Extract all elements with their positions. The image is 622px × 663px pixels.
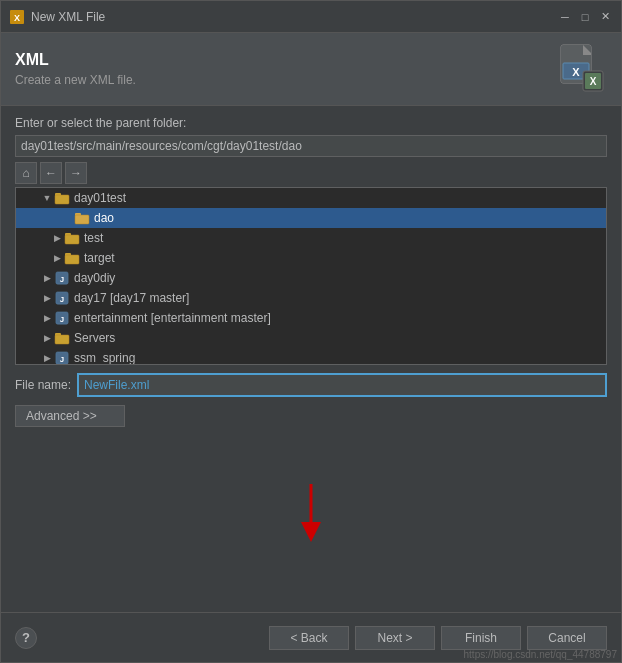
new-xml-file-dialog: X New XML File ─ □ ✕ XML Create a new XM… bbox=[0, 0, 622, 663]
tree-item[interactable]: dao bbox=[16, 208, 606, 228]
main-content: Enter or select the parent folder: ⌂ ← →… bbox=[1, 106, 621, 612]
svg-text:J: J bbox=[60, 315, 64, 324]
tree-item-label: target bbox=[84, 251, 115, 265]
svg-text:J: J bbox=[60, 275, 64, 284]
svg-rect-25 bbox=[55, 335, 69, 344]
svg-rect-15 bbox=[65, 235, 79, 244]
cancel-button[interactable]: Cancel bbox=[527, 626, 607, 650]
header-text: XML Create a new XML file. bbox=[15, 51, 555, 87]
tree-item[interactable]: ▶Servers bbox=[16, 328, 606, 348]
tree-item-label: day01test bbox=[74, 191, 126, 205]
tree-item[interactable]: ▼day01test bbox=[16, 188, 606, 208]
folder-icon bbox=[74, 211, 90, 225]
header-area: XML Create a new XML file. X X bbox=[1, 33, 621, 106]
svg-text:J: J bbox=[60, 355, 64, 364]
svg-rect-17 bbox=[65, 255, 79, 264]
bottom-bar: ? < Back Next > Finish Cancel https://bl… bbox=[1, 612, 621, 662]
folder-icon bbox=[64, 251, 80, 265]
arrow-area bbox=[15, 427, 607, 603]
project-icon: J bbox=[54, 271, 70, 285]
tree-item-label: test bbox=[84, 231, 103, 245]
minimize-button[interactable]: ─ bbox=[557, 9, 573, 25]
bottom-buttons: < Back Next > Finish Cancel bbox=[269, 626, 607, 650]
folder-toolbar: ⌂ ← → bbox=[15, 162, 607, 184]
title-bar: X New XML File ─ □ ✕ bbox=[1, 1, 621, 33]
project-icon: J bbox=[54, 351, 70, 365]
tree-item-label: dao bbox=[94, 211, 114, 225]
tree-arrow-icon[interactable]: ▶ bbox=[50, 231, 64, 245]
tree-arrow-icon[interactable]: ▶ bbox=[40, 291, 54, 305]
tree-arrow-icon[interactable]: ▶ bbox=[40, 331, 54, 345]
tree-item-label: Servers bbox=[74, 331, 115, 345]
close-button[interactable]: ✕ bbox=[597, 9, 613, 25]
maximize-button[interactable]: □ bbox=[577, 9, 593, 25]
tree-item[interactable]: ▶Jentertainment [entertainment master] bbox=[16, 308, 606, 328]
advanced-button[interactable]: Advanced >> bbox=[15, 405, 125, 427]
project-icon: J bbox=[54, 291, 70, 305]
parent-folder-label: Enter or select the parent folder: bbox=[15, 116, 607, 130]
tree-item[interactable]: ▶Jday0diy bbox=[16, 268, 606, 288]
forward-button[interactable]: → bbox=[65, 162, 87, 184]
tree-item[interactable]: ▶target bbox=[16, 248, 606, 268]
tree-arrow-icon[interactable]: ▶ bbox=[40, 351, 54, 365]
tree-item[interactable]: ▶test bbox=[16, 228, 606, 248]
header-subtitle: Create a new XML file. bbox=[15, 73, 555, 87]
tree-arrow-icon[interactable] bbox=[60, 211, 74, 225]
window-title: New XML File bbox=[31, 10, 557, 24]
home-button[interactable]: ⌂ bbox=[15, 162, 37, 184]
next-button[interactable]: Next > bbox=[355, 626, 435, 650]
tree-arrow-icon[interactable]: ▶ bbox=[40, 271, 54, 285]
folder-tree[interactable]: ▼day01testdao▶test▶target▶Jday0diy▶Jday1… bbox=[15, 187, 607, 365]
tree-item-label: day17 [day17 master] bbox=[74, 291, 189, 305]
xml-file-icon: X X bbox=[555, 43, 607, 95]
filename-label: File name: bbox=[15, 378, 71, 392]
next-arrow bbox=[296, 484, 326, 544]
tree-arrow-icon[interactable]: ▶ bbox=[50, 251, 64, 265]
tree-arrow-icon[interactable]: ▼ bbox=[40, 191, 54, 205]
filename-input[interactable] bbox=[77, 373, 607, 397]
back-button[interactable]: < Back bbox=[269, 626, 349, 650]
window-icon: X bbox=[9, 9, 25, 25]
help-button[interactable]: ? bbox=[15, 627, 37, 649]
tree-item-label: day0diy bbox=[74, 271, 115, 285]
tree-item[interactable]: ▶Jday17 [day17 master] bbox=[16, 288, 606, 308]
window-controls: ─ □ ✕ bbox=[557, 9, 613, 25]
parent-folder-input[interactable] bbox=[15, 135, 607, 157]
svg-text:J: J bbox=[60, 295, 64, 304]
tree-item-label: entertainment [entertainment master] bbox=[74, 311, 271, 325]
svg-text:X: X bbox=[590, 76, 597, 87]
project-icon: J bbox=[54, 311, 70, 325]
finish-button[interactable]: Finish bbox=[441, 626, 521, 650]
folder-icon bbox=[54, 191, 70, 205]
svg-text:X: X bbox=[572, 66, 580, 78]
watermark: https://blog.csdn.net/qq_44788797 bbox=[460, 647, 621, 662]
svg-marker-31 bbox=[301, 522, 321, 542]
filename-row: File name: bbox=[15, 373, 607, 397]
folder-icon bbox=[54, 331, 70, 345]
back-button[interactable]: ← bbox=[40, 162, 62, 184]
header-title: XML bbox=[15, 51, 555, 69]
svg-rect-13 bbox=[75, 215, 89, 224]
folder-icon bbox=[64, 231, 80, 245]
tree-arrow-icon[interactable]: ▶ bbox=[40, 311, 54, 325]
svg-rect-11 bbox=[55, 195, 69, 204]
tree-item[interactable]: ▶Jssm_spring bbox=[16, 348, 606, 365]
tree-item-label: ssm_spring bbox=[74, 351, 135, 365]
svg-text:X: X bbox=[14, 13, 20, 23]
